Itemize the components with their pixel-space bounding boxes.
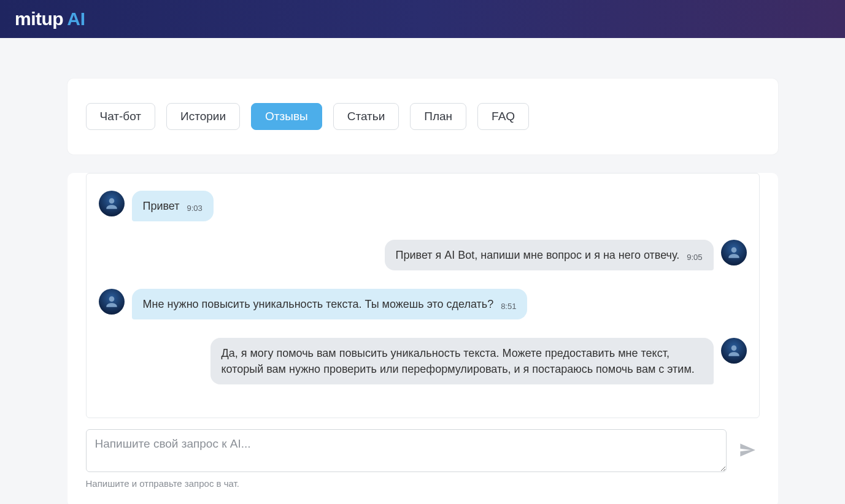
- message-time: 8:51: [501, 302, 516, 312]
- tab-4[interactable]: План: [410, 103, 466, 130]
- app-header: mitup AI: [0, 0, 845, 38]
- message-text: Мне нужно повысить уникальность текста. …: [143, 296, 494, 312]
- bot-avatar: [721, 240, 747, 265]
- message-row: Привет9:03: [99, 191, 747, 221]
- message-time: 9:05: [687, 253, 702, 263]
- input-hint: Напишите и отправьте запрос в чат.: [86, 478, 760, 489]
- message-row: Мне нужно повысить уникальность текста. …: [99, 289, 747, 319]
- user-avatar: [99, 289, 125, 315]
- send-button[interactable]: [735, 438, 760, 464]
- message-row: Да, я могу помочь вам повысить уникально…: [99, 338, 747, 384]
- tab-5[interactable]: FAQ: [477, 103, 529, 130]
- message-bubble: Мне нужно повысить уникальность текста. …: [132, 289, 528, 319]
- bot-avatar: [721, 338, 747, 364]
- message-bubble: Привет я AI Bot, напиши мне вопрос и я н…: [385, 240, 714, 270]
- user-avatar: [99, 191, 125, 216]
- brand-main: mitup: [15, 9, 63, 29]
- input-row: [86, 429, 760, 472]
- chat-card: Привет9:03Привет я AI Bot, напиши мне во…: [68, 173, 778, 504]
- message-bubble: Привет9:03: [132, 191, 214, 221]
- message-text: Привет я AI Bot, напиши мне вопрос и я н…: [396, 247, 680, 263]
- message-row: Привет я AI Bot, напиши мне вопрос и я н…: [99, 240, 747, 270]
- tab-0[interactable]: Чат-бот: [86, 103, 156, 130]
- brand-logo: mitup AI: [15, 9, 85, 29]
- tab-3[interactable]: Статьи: [333, 103, 399, 130]
- message-text: Привет: [143, 198, 180, 214]
- chat-input[interactable]: [86, 429, 727, 472]
- send-icon: [739, 441, 756, 459]
- brand-accent: AI: [67, 9, 85, 29]
- messages-list: Привет9:03Привет я AI Bot, напиши мне во…: [86, 173, 760, 418]
- message-bubble: Да, я могу помочь вам повысить уникально…: [210, 338, 714, 384]
- tabs-row: Чат-ботИсторииОтзывыСтатьиПланFAQ: [86, 103, 760, 130]
- tab-1[interactable]: Истории: [166, 103, 240, 130]
- tabs-card: Чат-ботИсторииОтзывыСтатьиПланFAQ: [68, 78, 778, 155]
- message-time: 9:03: [187, 204, 203, 214]
- tab-2[interactable]: Отзывы: [251, 103, 322, 130]
- message-text: Да, я могу помочь вам повысить уникально…: [222, 345, 703, 377]
